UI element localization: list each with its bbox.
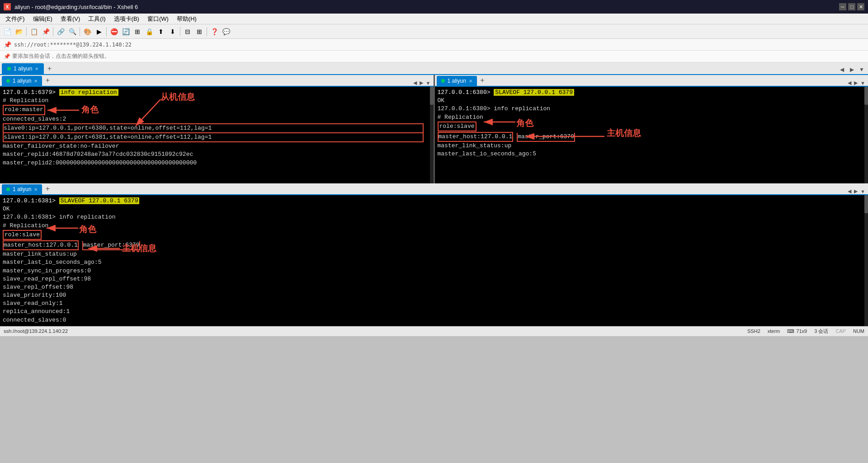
toolbar-sep-4: [106, 27, 107, 36]
bottom-cmd-1: SLAVEOF 127.0.0.1 6379: [59, 197, 140, 204]
toolbar-chat[interactable]: 💬: [221, 26, 231, 37]
right-tab-menu[interactable]: ▼: [859, 80, 866, 86]
hint-text: 要添加当前会话，点击左侧的箭头按钮。: [12, 52, 110, 60]
left-tab-menu[interactable]: ▼: [425, 80, 432, 86]
left-line-8: master_replid:46878d70248ae73a77cdc03283…: [3, 150, 431, 159]
right-tab-dot: [441, 79, 445, 83]
bottom-tab-prev[interactable]: ◀: [847, 188, 852, 194]
tab-next-button[interactable]: ▶: [847, 65, 856, 74]
new-tab-button[interactable]: +: [44, 63, 55, 74]
right-line-9: master_last_io_seconds_ago:5: [438, 150, 866, 158]
toolbar-split-v[interactable]: ⊞: [194, 26, 205, 37]
menu-view[interactable]: 查看(V): [57, 14, 84, 24]
toolbar-help[interactable]: ❓: [209, 26, 220, 37]
bottom-new-tab-button[interactable]: +: [42, 183, 53, 194]
toolbar-stop[interactable]: ⛔: [108, 26, 119, 37]
left-terminal[interactable]: 127.0.0.1:6379> info replication # Repli…: [0, 87, 434, 183]
top-panels-area: 1 aliyun ✕ + ◀ ▶ ▼ 127.0.0.1:6379> info …: [0, 75, 868, 183]
bottom-line-1: 127.0.0.1:6381> SLAVEOF 127.0.0.1 6379: [3, 197, 865, 205]
toolbar-open[interactable]: 📂: [14, 26, 24, 37]
right-line-3: 127.0.0.1:6380> info replication: [438, 105, 866, 113]
toolbar-layout[interactable]: ⊞: [132, 26, 143, 37]
menu-tools[interactable]: 工具(I): [85, 14, 109, 24]
tab-close-icon[interactable]: ✕: [35, 66, 38, 71]
bottom-line-16: connected_slaves:0: [3, 316, 865, 324]
bottom-line-15: replica_announced:1: [3, 308, 865, 316]
left-tab-close[interactable]: ✕: [34, 79, 38, 84]
main-tab-label: 1 aliyun: [14, 65, 32, 72]
right-line-1: 127.0.0.1:6380> SLAVEOF 127.0.0.1 6379: [438, 89, 866, 97]
left-new-tab-button[interactable]: +: [42, 75, 53, 86]
toolbar-color[interactable]: 🎨: [82, 26, 93, 37]
title-bar-controls[interactable]: ─ □ ✕: [839, 3, 864, 10]
toolbar-connect[interactable]: 🔗: [55, 26, 66, 37]
right-role-slave: role:slave: [438, 122, 476, 131]
bottom-tab-nav: ◀ ▶ ▼: [847, 188, 866, 194]
status-size-label: 71x9: [796, 328, 807, 334]
toolbar-download[interactable]: ⬇: [167, 26, 178, 37]
bottom-line-9: master_last_io_seconds_ago:5: [3, 258, 865, 267]
toolbar-refresh[interactable]: 🔄: [120, 26, 131, 37]
menu-edit[interactable]: 编辑(E): [29, 14, 56, 24]
right-new-tab-button[interactable]: +: [477, 75, 488, 86]
toolbar-copy[interactable]: 📋: [28, 26, 39, 37]
left-scrollbar[interactable]: [430, 87, 434, 183]
right-panel-tab[interactable]: 1 aliyun ✕: [437, 76, 477, 86]
bottom-line-5: role:slave: [3, 230, 865, 240]
left-tab-label: 1 aliyun: [13, 78, 31, 84]
right-scrollbar-thumb[interactable]: [864, 87, 868, 105]
toolbar-run[interactable]: ▶: [94, 26, 104, 37]
menu-tabs[interactable]: 选项卡(B): [110, 14, 143, 24]
menu-window[interactable]: 窗口(W): [144, 14, 172, 24]
toolbar-sep-3: [80, 27, 80, 36]
toolbar-lock[interactable]: 🔒: [144, 26, 155, 37]
bottom-panel-tab-bar: 1 aliyun ✕ + ◀ ▶ ▼: [0, 183, 868, 195]
left-scrollbar-thumb[interactable]: [430, 87, 434, 105]
toolbar-new[interactable]: 📄: [2, 26, 13, 37]
status-size: ⌨ 71x9: [787, 328, 807, 334]
right-terminal[interactable]: 127.0.0.1:6380> SLAVEOF 127.0.0.1 6379 O…: [435, 87, 868, 183]
toolbar-upload[interactable]: ⬆: [156, 26, 166, 37]
toolbar-sep-5: [180, 27, 180, 36]
left-tab-next[interactable]: ▶: [419, 80, 424, 86]
bottom-tab-label: 1 aliyun: [13, 186, 31, 192]
close-button[interactable]: ✕: [857, 3, 864, 10]
menu-bar: 文件(F) 编辑(E) 查看(V) 工具(I) 选项卡(B) 窗口(W) 帮助(…: [0, 14, 868, 24]
title-bar: X aliyun - root@edgarding:/usr/local/bin…: [0, 0, 868, 14]
toolbar-sep-6: [207, 27, 207, 36]
tab-menu-button[interactable]: ▼: [857, 65, 866, 74]
bottom-panel-tab[interactable]: 1 aliyun ✕: [2, 184, 42, 194]
bottom-line-13: slave_priority:100: [3, 291, 865, 299]
status-xterm-label: xterm: [768, 328, 780, 334]
bottom-terminal[interactable]: 127.0.0.1:6381> SLAVEOF 127.0.0.1 6379 O…: [0, 195, 868, 326]
hint-icon: 📌: [4, 53, 10, 60]
toolbar-paste[interactable]: 📌: [40, 26, 51, 37]
left-panel-tab[interactable]: 1 aliyun ✕: [2, 76, 42, 86]
toolbar-search[interactable]: 🔍: [67, 26, 78, 37]
window-title: aliyun - root@edgarding:/usr/local/bin -…: [14, 4, 138, 10]
minimize-button[interactable]: ─: [839, 3, 846, 10]
bottom-tab-close[interactable]: ✕: [34, 187, 38, 192]
right-tab-close[interactable]: ✕: [469, 79, 472, 84]
left-line-6: slave1:ip=127.0.0.1,port=6381,state=onli…: [3, 133, 424, 142]
maximize-button[interactable]: □: [848, 3, 855, 10]
bottom-tab-menu[interactable]: ▼: [859, 189, 866, 194]
right-tab-nav: ◀ ▶ ▼: [847, 80, 866, 86]
main-tab-aliyun[interactable]: 1 aliyun ✕: [2, 63, 44, 74]
right-tab-prev[interactable]: ◀: [847, 80, 852, 86]
menu-file[interactable]: 文件(F): [2, 14, 28, 24]
address-icon: 📌: [4, 41, 11, 48]
menu-help[interactable]: 帮助(H): [173, 14, 200, 24]
bottom-tab-dot: [6, 187, 10, 191]
bottom-tab-next[interactable]: ▶: [853, 188, 859, 194]
right-line-8: master_link_status:up: [438, 142, 866, 150]
bottom-scrollbar[interactable]: [864, 195, 868, 326]
bottom-scrollbar-thumb[interactable]: [864, 195, 868, 213]
left-tab-prev[interactable]: ◀: [412, 80, 418, 86]
right-scrollbar[interactable]: [864, 87, 868, 183]
status-right: SSH2 xterm ⌨ 71x9 3 会话 CAP NUM: [747, 328, 864, 335]
right-tab-next[interactable]: ▶: [853, 80, 859, 86]
toolbar-split-h[interactable]: ⊟: [182, 26, 193, 37]
status-left: ssh://root@139.224.1.140:22: [4, 328, 68, 334]
tab-prev-button[interactable]: ◀: [837, 65, 846, 74]
